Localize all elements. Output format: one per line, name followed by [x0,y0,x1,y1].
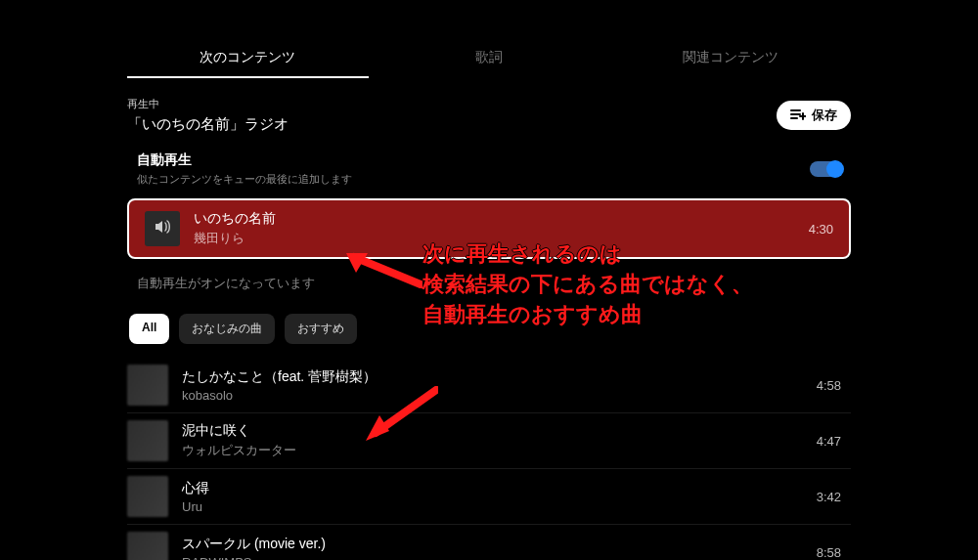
track-title: たしかなこと（feat. 菅野樹梨） [182,368,803,386]
track-title: スパークル (movie ver.) [182,536,803,553]
next-track-artist: 幾田りら [194,230,795,247]
track-artist: ウォルピスカーター [182,442,803,459]
next-track-card[interactable]: いのちの名前 幾田りら 4:30 [127,198,851,259]
tab-next[interactable]: 次のコンテンツ [127,39,369,78]
list-item[interactable]: スパークル (movie ver.) RADWIMPS 8:58 [127,525,851,560]
toggle-knob [826,160,844,178]
track-duration: 3:42 [817,490,851,504]
track-duration: 4:47 [817,434,851,449]
track-duration: 8:58 [817,545,851,560]
playlist-add-icon [790,108,806,122]
track-artist: Uru [182,499,803,514]
track-duration: 4:58 [817,378,851,393]
now-playing-label: 再生中 [127,97,289,111]
list-item[interactable]: 心得 Uru 3:42 [127,469,851,525]
track-thumb [127,476,168,517]
next-track-thumb [145,211,180,246]
track-thumb [127,532,168,560]
chip-recommend[interactable]: おすすめ [285,314,357,344]
autoplay-on-note: 自動再生がオンになっています [127,275,851,292]
save-label: 保存 [812,107,837,124]
tabs: 次のコンテンツ 歌詞 関連コンテンツ [127,39,851,79]
save-button[interactable]: 保存 [777,101,851,130]
autoplay-toggle[interactable] [810,161,843,177]
track-artist: kobasolo [182,388,803,403]
now-playing-title: 「いのちの名前」ラジオ [127,115,289,134]
filter-chips: All おなじみの曲 おすすめ [127,314,851,344]
track-title: 心得 [182,480,803,497]
queue-panel: 次のコンテンツ 歌詞 関連コンテンツ 再生中 「いのちの名前」ラジオ 保存 自動… [127,39,851,560]
list-item[interactable]: 泥中に咲く ウォルピスカーター 4:47 [127,413,851,469]
next-track-title: いのちの名前 [194,210,795,228]
track-artist: RADWIMPS [182,555,803,561]
chip-all[interactable]: All [129,314,169,344]
autoplay-title: 自動再生 [137,151,352,169]
tab-related[interactable]: 関連コンテンツ [609,39,851,78]
list-item[interactable]: たしかなこと（feat. 菅野樹梨） kobasolo 4:58 [127,358,851,413]
autoplay-subtitle: 似たコンテンツをキューの最後に追加します [137,172,352,187]
next-track-duration: 4:30 [809,222,833,237]
track-list: たしかなこと（feat. 菅野樹梨） kobasolo 4:58 泥中に咲く ウ… [127,358,851,560]
track-thumb [127,365,168,406]
track-title: 泥中に咲く [182,422,803,440]
speaker-icon [153,217,172,240]
chip-familiar[interactable]: おなじみの曲 [179,314,275,344]
tab-lyrics[interactable]: 歌詞 [369,39,610,78]
track-thumb [127,420,168,461]
now-playing-header: 再生中 「いのちの名前」ラジオ 保存 [127,97,851,134]
autoplay-row: 自動再生 似たコンテンツをキューの最後に追加します [127,151,851,187]
